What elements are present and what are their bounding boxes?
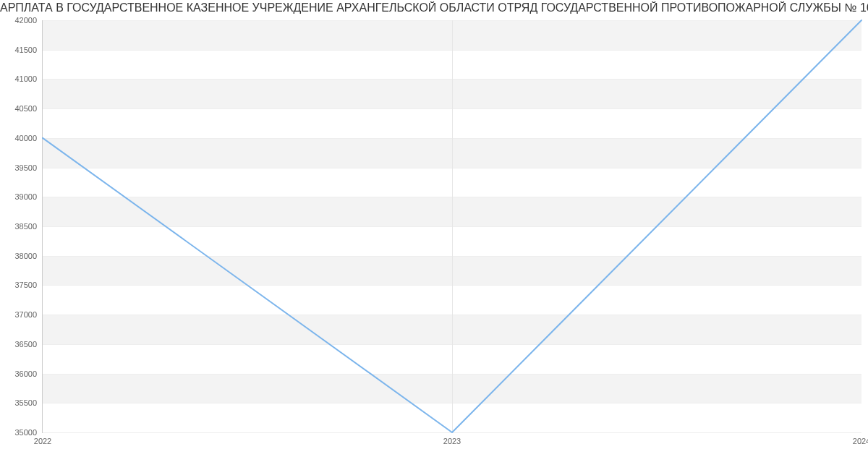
chart-container: АРПЛАТА В ГОСУДАРСТВЕННОЕ КАЗЕННОЕ УЧРЕЖ… [0,0,868,470]
chart-title: АРПЛАТА В ГОСУДАРСТВЕННОЕ КАЗЕННОЕ УЧРЕЖ… [0,1,868,14]
y-tick-label: 41000 [14,74,43,83]
x-tick-label: 2022 [34,432,51,445]
y-tick-label: 42000 [14,16,43,25]
x-tick-label: 2024 [853,432,868,445]
y-tick-label: 40000 [14,134,43,142]
y-tick-label: 39000 [14,192,43,201]
y-tick-label: 35500 [14,398,43,407]
y-tick-label: 39500 [14,163,43,172]
y-tick-label: 36000 [14,369,43,378]
y-tick-label: 38000 [14,252,43,260]
y-tick-label: 36500 [14,340,43,349]
plot-area: 3500035500360003650037000375003800038500… [42,20,861,433]
y-tick-label: 37500 [14,281,43,289]
y-tick-label: 38500 [14,222,43,231]
y-tick-label: 40500 [14,104,43,113]
y-tick-label: 37000 [14,310,43,319]
line-series [43,20,861,432]
y-tick-label: 41500 [14,46,43,54]
x-tick-label: 2023 [443,432,461,445]
